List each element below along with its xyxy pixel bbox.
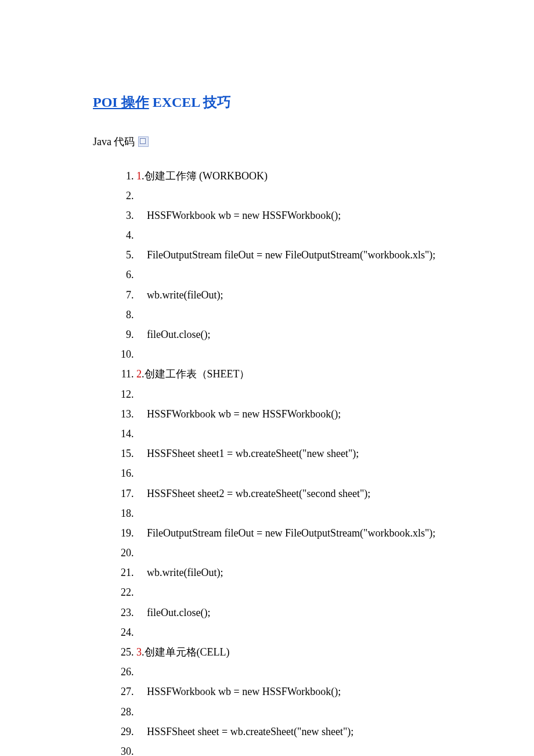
code-line: 3.创建单元格(CELL): [136, 643, 441, 663]
code-line: HSSFSheet sheet2 = wb.createSheet("secon…: [136, 484, 441, 503]
code-line: 2.创建工作表（SHEET）: [136, 365, 441, 384]
code-line: 1.创建工作簿 (WORKBOOK): [136, 166, 441, 186]
code-line: wb.write(fileOut);: [136, 563, 441, 583]
code-line: HSSFSheet sheet = wb.createSheet("new sh…: [136, 722, 441, 741]
code-line: [136, 424, 441, 444]
code-line: [136, 663, 441, 682]
code-line: fileOut.close();: [136, 603, 441, 622]
code-line: FileOutputStream fileOut = new FileOutpu…: [136, 523, 441, 543]
highlighted-number: 3: [136, 646, 142, 658]
java-code-label: Java 代码: [93, 135, 441, 149]
code-line: [136, 741, 441, 756]
code-line: [136, 384, 441, 404]
code-line: [136, 226, 441, 246]
code-line: [136, 186, 441, 206]
title-rest: EXCEL 技巧: [149, 95, 231, 110]
highlighted-number: 1: [136, 170, 142, 182]
code-line: wb.write(fileOut);: [136, 285, 441, 305]
copy-icon[interactable]: [138, 136, 149, 147]
java-code-text: Java 代码: [93, 135, 135, 149]
code-line: [136, 464, 441, 484]
code-line: fileOut.close();: [136, 325, 441, 345]
code-line: [136, 345, 441, 365]
code-line: HSSFWorkbook wb = new HSSFWorkbook();: [136, 682, 441, 702]
code-line: [136, 702, 441, 722]
code-line: HSSFWorkbook wb = new HSSFWorkbook();: [136, 404, 441, 424]
code-line: [136, 583, 441, 603]
code-line: [136, 265, 441, 285]
code-line: [136, 543, 441, 563]
code-line: [136, 503, 441, 523]
code-list: 1.创建工作簿 (WORKBOOK) HSSFWorkbook wb = new…: [93, 166, 441, 756]
code-line: [136, 305, 441, 325]
title-link[interactable]: POI 操作: [93, 95, 149, 110]
code-line: [136, 622, 441, 642]
code-line: FileOutputStream fileOut = new FileOutpu…: [136, 246, 441, 265]
document-title: POI 操作 EXCEL 技巧: [93, 93, 441, 111]
code-line: HSSFWorkbook wb = new HSSFWorkbook();: [136, 206, 441, 225]
highlighted-number: 2: [136, 368, 142, 380]
code-line: HSSFSheet sheet1 = wb.createSheet("new s…: [136, 444, 441, 464]
